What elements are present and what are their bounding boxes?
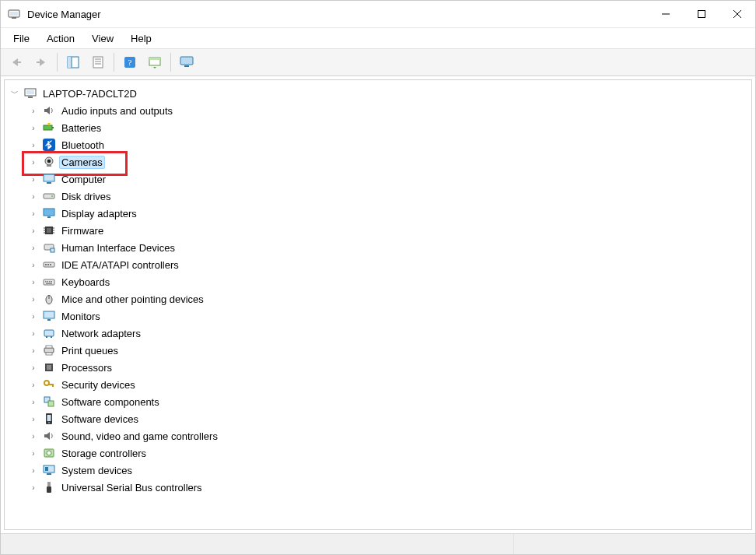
speaker-icon bbox=[42, 104, 56, 118]
tree-row[interactable]: ›Computer bbox=[28, 170, 750, 188]
tree-item-label: Disk drives bbox=[59, 190, 114, 203]
menu-view[interactable]: View bbox=[86, 30, 120, 47]
tree-item-processors[interactable]: ›Processors bbox=[28, 359, 750, 376]
tree-item-disk[interactable]: ›Disk drives bbox=[28, 188, 750, 205]
scan-hardware-button[interactable] bbox=[144, 51, 166, 73]
tree-row[interactable]: ›Mice and other pointing devices bbox=[28, 290, 750, 307]
tree-row[interactable]: ›Sound, video and game controllers bbox=[28, 427, 750, 444]
tree-root-row[interactable]: ﹀ LAPTOP-7ADCLT2D bbox=[9, 85, 750, 102]
tree-item-batteries[interactable]: ›Batteries bbox=[28, 119, 750, 136]
expand-icon[interactable]: › bbox=[28, 311, 39, 321]
tree-item-display[interactable]: ›Display adapters bbox=[28, 205, 750, 222]
expand-icon[interactable]: › bbox=[28, 430, 39, 441]
tree-item-cameras[interactable]: ›Cameras bbox=[28, 153, 750, 170]
tree-item-mice[interactable]: ›Mice and other pointing devices bbox=[28, 290, 750, 307]
tree-root[interactable]: ﹀ LAPTOP-7ADCLT2D ›Audio inputs and outp… bbox=[9, 85, 750, 496]
tree-row[interactable]: ›Processors bbox=[28, 359, 750, 376]
tree-item-usb[interactable]: ›Universal Serial Bus controllers bbox=[28, 479, 750, 496]
tree-row[interactable]: ›Firmware bbox=[28, 222, 750, 239]
tree-row[interactable]: ›Audio inputs and outputs bbox=[28, 102, 750, 119]
tree-item-sound[interactable]: ›Sound, video and game controllers bbox=[28, 427, 750, 444]
tree-row[interactable]: ›Security devices bbox=[28, 376, 750, 393]
tree-item-label: Universal Serial Bus controllers bbox=[59, 481, 205, 494]
tree-item-firmware[interactable]: ›Firmware bbox=[28, 222, 750, 239]
close-button[interactable] bbox=[719, 1, 755, 27]
expand-icon[interactable]: › bbox=[28, 191, 39, 202]
expand-icon[interactable]: › bbox=[28, 328, 39, 339]
tree-row[interactable]: ›IDE ATA/ATAPI controllers bbox=[28, 256, 750, 273]
tree-item-network[interactable]: ›Network adapters bbox=[28, 325, 750, 342]
tree-row[interactable]: ›Disk drives bbox=[28, 188, 750, 205]
usb-icon bbox=[42, 480, 56, 494]
expand-icon[interactable]: › bbox=[28, 259, 39, 270]
tree-row[interactable]: ›Bluetooth bbox=[28, 136, 750, 153]
tree-item-monitors[interactable]: ›Monitors bbox=[28, 307, 750, 325]
tree-row[interactable]: ›Software components bbox=[28, 393, 750, 410]
tree-item-audio[interactable]: ›Audio inputs and outputs bbox=[28, 102, 750, 119]
menu-help[interactable]: Help bbox=[124, 30, 158, 47]
tree-item-security[interactable]: ›Security devices bbox=[28, 376, 750, 393]
expand-icon[interactable]: › bbox=[28, 122, 39, 133]
expand-icon[interactable]: › bbox=[28, 362, 39, 373]
nav-back-button[interactable] bbox=[5, 51, 27, 73]
expand-icon[interactable]: › bbox=[28, 465, 39, 476]
expand-icon[interactable]: › bbox=[28, 208, 39, 219]
expand-icon[interactable]: › bbox=[28, 139, 39, 150]
properties-button[interactable] bbox=[87, 51, 109, 73]
tree-item-hid[interactable]: ›Human Interface Devices bbox=[28, 239, 750, 256]
maximize-button[interactable] bbox=[684, 1, 719, 27]
monitor2-icon bbox=[42, 309, 56, 323]
expand-icon[interactable]: › bbox=[28, 413, 39, 424]
expand-icon[interactable]: › bbox=[28, 345, 39, 356]
expand-icon[interactable]: › bbox=[28, 225, 39, 236]
svg-rect-12 bbox=[93, 57, 103, 68]
tree-item-print[interactable]: ›Print queues bbox=[28, 342, 750, 359]
show-hide-tree-button[interactable] bbox=[62, 51, 84, 73]
expand-icon[interactable]: › bbox=[28, 482, 39, 493]
tree-row[interactable]: ›Print queues bbox=[28, 342, 750, 359]
tree-item-bluetooth[interactable]: ›Bluetooth bbox=[28, 136, 750, 153]
tree-item-storage[interactable]: ›Storage controllers bbox=[28, 444, 750, 462]
minimize-button[interactable] bbox=[648, 1, 684, 27]
scan-icon bbox=[149, 56, 161, 68]
tree-row[interactable]: ›Human Interface Devices bbox=[28, 239, 750, 256]
nav-forward-button[interactable] bbox=[30, 51, 52, 73]
tree-item-swdev[interactable]: ›Software devices bbox=[28, 410, 750, 427]
tree-item-system[interactable]: ›System devices bbox=[28, 462, 750, 479]
expand-icon[interactable]: › bbox=[28, 379, 39, 390]
tree-row[interactable]: ›System devices bbox=[28, 462, 750, 479]
expand-icon[interactable]: › bbox=[28, 448, 39, 458]
tree-row[interactable]: ›Keyboards bbox=[28, 273, 750, 290]
device-tree-pane[interactable]: ﹀ LAPTOP-7ADCLT2D ›Audio inputs and outp… bbox=[4, 79, 752, 530]
expand-icon[interactable]: › bbox=[28, 174, 39, 184]
svg-rect-76 bbox=[47, 415, 51, 421]
expand-icon[interactable]: › bbox=[28, 156, 39, 167]
devices-button[interactable] bbox=[176, 51, 198, 73]
svg-rect-53 bbox=[45, 281, 47, 283]
expand-icon[interactable]: › bbox=[28, 276, 39, 287]
svg-rect-23 bbox=[26, 90, 34, 94]
tree-row[interactable]: ›Universal Serial Bus controllers bbox=[28, 479, 750, 496]
help-button[interactable]: ? bbox=[119, 51, 141, 73]
tree-item-ide[interactable]: ›IDE ATA/ATAPI controllers bbox=[28, 256, 750, 273]
tree-item-label: Bluetooth bbox=[59, 139, 107, 152]
tree-row[interactable]: ›Network adapters bbox=[28, 325, 750, 342]
svg-rect-39 bbox=[47, 228, 51, 233]
expand-icon[interactable]: › bbox=[28, 396, 39, 407]
tree-item-computer[interactable]: ›Computer bbox=[28, 170, 750, 188]
tree-row[interactable]: ›Cameras bbox=[28, 153, 750, 170]
tree-item-keyboards[interactable]: ›Keyboards bbox=[28, 273, 750, 290]
expand-icon[interactable]: › bbox=[28, 105, 39, 116]
tree-item-swcomp[interactable]: ›Software components bbox=[28, 393, 750, 410]
tree-row[interactable]: ›Display adapters bbox=[28, 205, 750, 222]
expand-icon[interactable]: › bbox=[28, 293, 39, 304]
tree-item-label: Software devices bbox=[59, 413, 141, 426]
collapse-icon[interactable]: ﹀ bbox=[9, 88, 20, 99]
tree-row[interactable]: ›Software devices bbox=[28, 410, 750, 427]
menu-file[interactable]: File bbox=[7, 30, 36, 47]
expand-icon[interactable]: › bbox=[28, 242, 39, 253]
menu-action[interactable]: Action bbox=[40, 30, 81, 47]
tree-row[interactable]: ›Monitors bbox=[28, 307, 750, 325]
tree-row[interactable]: ›Storage controllers bbox=[28, 444, 750, 462]
tree-row[interactable]: ›Batteries bbox=[28, 119, 750, 136]
